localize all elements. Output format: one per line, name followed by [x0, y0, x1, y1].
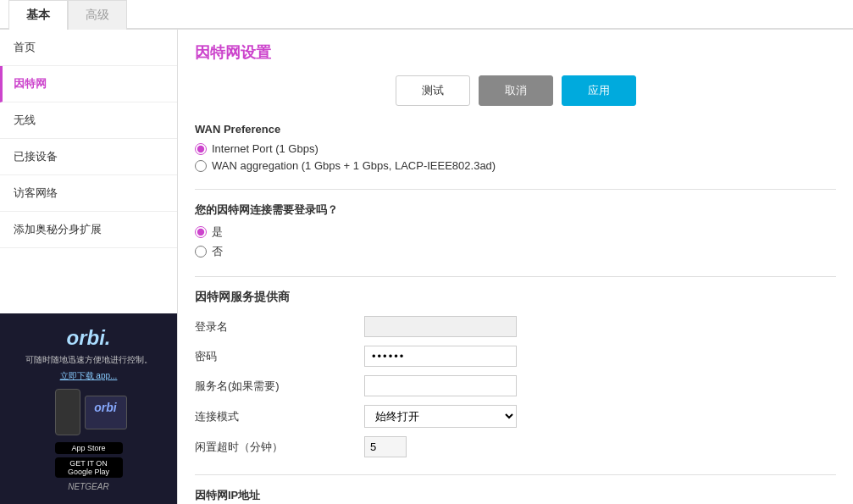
username-row: 登录名	[195, 312, 836, 341]
orbi-device-image: orbi	[13, 389, 164, 435]
sidebar-item-devices[interactable]: 已接设备	[0, 139, 177, 175]
username-label: 登录名	[195, 312, 364, 341]
orbi-phone	[55, 389, 80, 435]
cancel-button[interactable]: 取消	[479, 75, 553, 106]
googleplay-badge[interactable]: GET IT ON Google Play	[55, 457, 123, 478]
service-row: 服务名(如果需要)	[195, 371, 836, 401]
ip-section: 因特网IP地址 从路由器获取动态IP地址 使用静态IP地址	[195, 488, 836, 504]
wan-label-2: WAN aggregation (1 Gbps + 1 Gbps, LACP-I…	[212, 159, 496, 172]
tab-basic[interactable]: 基本	[8, 0, 68, 30]
login-radio-no[interactable]	[195, 246, 207, 258]
password-input[interactable]	[364, 346, 517, 367]
password-row: 密码	[195, 341, 836, 371]
action-bar: 测试 取消 应用	[195, 75, 836, 106]
login-label-yes: 是	[212, 224, 223, 240]
sidebar: 首页 因特网 无线 已接设备 访客网络 添加奥秘分身扩展 orbi. 可随时随地…	[0, 30, 178, 504]
wan-option-1: Internet Port (1 Gbps)	[195, 142, 836, 155]
sidebar-item-home[interactable]: 首页	[0, 30, 177, 66]
service-input[interactable]	[364, 375, 517, 396]
sidebar-item-internet[interactable]: 因特网	[0, 66, 177, 102]
store-badges: App Store GET IT ON Google Play	[13, 442, 164, 478]
test-button[interactable]: 测试	[396, 75, 470, 106]
provider-form: 登录名 密码 服务名(如果需要) 连接模式 始终打开 按需连接	[195, 312, 836, 462]
password-label: 密码	[195, 341, 364, 371]
sidebar-nav: 首页 因特网 无线 已接设备 访客网络 添加奥秘分身扩展	[0, 30, 177, 313]
login-radio-yes[interactable]	[195, 226, 207, 238]
main-layout: 首页 因特网 无线 已接设备 访客网络 添加奥秘分身扩展 orbi. 可随时随地…	[0, 30, 853, 504]
idle-label: 闲置超时（分钟）	[195, 432, 364, 462]
login-option-yes: 是	[195, 224, 836, 240]
login-title: 您的因特网连接需要登录吗？	[195, 202, 836, 218]
ip-title: 因特网IP地址	[195, 488, 836, 503]
orbi-tagline: 可随时随地迅速方便地进行控制。	[13, 354, 164, 366]
orbi-download-link[interactable]: 立即下载 app...	[13, 370, 164, 382]
wan-radio-1[interactable]	[195, 143, 207, 155]
wan-option-2: WAN aggregation (1 Gbps + 1 Gbps, LACP-I…	[195, 159, 836, 172]
provider-title: 因特网服务提供商	[195, 290, 836, 305]
username-input[interactable]	[364, 316, 517, 337]
wan-section: WAN Preference Internet Port (1 Gbps) WA…	[195, 123, 836, 190]
wan-title: WAN Preference	[195, 123, 836, 136]
idle-row: 闲置超时（分钟）	[195, 432, 836, 462]
provider-section: 因特网服务提供商 登录名 密码 服务名(如果需要) 连接模式	[195, 290, 836, 475]
service-label: 服务名(如果需要)	[195, 371, 364, 401]
sidebar-item-guest[interactable]: 访客网络	[0, 175, 177, 212]
top-tabs: 基本 高级	[0, 0, 853, 30]
connection-select[interactable]: 始终打开 按需连接 手动连接	[364, 405, 517, 428]
idle-input[interactable]	[364, 436, 407, 457]
sidebar-item-extend[interactable]: 添加奥秘分身扩展	[0, 212, 177, 248]
wan-radio-2[interactable]	[195, 160, 207, 172]
login-option-no: 否	[195, 244, 836, 259]
content-area: 因特网设置 测试 取消 应用 WAN Preference Internet P…	[178, 30, 853, 504]
sidebar-item-wireless[interactable]: 无线	[0, 102, 177, 139]
orbi-logo: orbi.	[13, 326, 164, 350]
apply-button[interactable]: 应用	[562, 75, 636, 106]
netgear-brand: NETGEAR	[13, 482, 164, 491]
orbi-banner: orbi. 可随时随地迅速方便地进行控制。 立即下载 app... orbi A…	[0, 313, 177, 504]
appstore-badge[interactable]: App Store	[55, 442, 123, 454]
page-title: 因特网设置	[195, 42, 836, 63]
wan-label-1: Internet Port (1 Gbps)	[212, 142, 318, 155]
connection-row: 连接模式 始终打开 按需连接 手动连接	[195, 401, 836, 432]
login-label-no: 否	[212, 244, 223, 259]
login-section: 您的因特网连接需要登录吗？ 是 否	[195, 202, 836, 277]
tab-advanced[interactable]: 高级	[68, 0, 127, 30]
connection-label: 连接模式	[195, 401, 364, 432]
orbi-router: orbi	[85, 396, 127, 429]
orbi-device-label: orbi	[86, 401, 126, 414]
